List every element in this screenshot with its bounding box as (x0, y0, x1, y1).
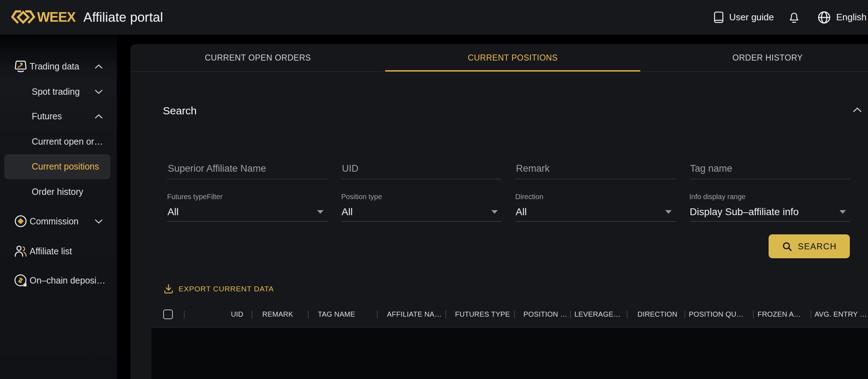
globe-icon (817, 11, 831, 24)
remark-field (515, 160, 676, 179)
chevron-up-icon (95, 64, 103, 69)
sidebar-item-onchain-deposit[interactable]: On–chain deposi… (0, 268, 117, 293)
info-display-range-select[interactable]: Display Sub–affiliate info (689, 202, 850, 222)
weex-affiliate-portal-page: WEEX Affiliate portal User guide English (0, 0, 868, 379)
direction-label: Direction (515, 193, 543, 201)
position-type-select[interactable]: All (341, 202, 502, 222)
sidebar-item-spot-trading[interactable]: Spot trading (0, 79, 117, 104)
header-cell-futures-type[interactable]: FUTURES TYPE (446, 302, 515, 327)
superior-affiliate-name-input[interactable] (167, 160, 327, 179)
user-guide-label: User guide (729, 12, 774, 23)
people-icon (14, 244, 27, 258)
header-cell-leverage[interactable]: LEVERAGE… (571, 302, 627, 327)
download-icon (163, 284, 174, 294)
monitor-trend-icon (14, 59, 27, 73)
sidebar-item-trading-data[interactable]: Trading data (0, 54, 117, 79)
tab-current-open-orders[interactable]: CURRENT OPEN ORDERS (130, 44, 385, 72)
header-cell-frozen-amount[interactable]: FROZEN A… (754, 302, 811, 327)
select-caret-icon (839, 210, 846, 214)
transfer-circle-icon (14, 273, 27, 287)
header-cell-uid[interactable]: UID (185, 302, 252, 327)
book-icon (713, 11, 724, 24)
superior-affiliate-name-field (167, 160, 327, 179)
info-display-range-label: Info display range (689, 193, 746, 201)
sidebar-item-futures[interactable]: Futures (0, 104, 117, 129)
select-all-checkbox[interactable] (163, 310, 173, 319)
language-selector[interactable]: English (817, 0, 867, 35)
user-guide-button[interactable]: User guide (713, 0, 774, 35)
sidebar: Trading data Spot trading Futures Curren… (0, 35, 117, 379)
collapse-chevron-up-icon[interactable] (853, 107, 862, 112)
chevron-up-icon (95, 114, 103, 119)
header-cell-position-quantity[interactable]: POSITION QU… (685, 302, 754, 327)
remark-input[interactable] (515, 160, 676, 179)
sidebar-item-order-history[interactable]: Order history (0, 179, 117, 204)
tab-bar: CURRENT OPEN ORDERS CURRENT POSITIONS OR… (130, 44, 868, 72)
header-cell-remark[interactable]: REMARK (252, 302, 309, 327)
search-button[interactable]: SEARCH (769, 234, 850, 258)
direction-select[interactable]: All (515, 202, 676, 222)
futures-type-select[interactable]: All (167, 202, 327, 222)
magnifier-icon (782, 241, 792, 252)
table-body-empty (151, 328, 868, 379)
weex-logo-icon (11, 10, 35, 25)
page-title: Affiliate portal (83, 0, 163, 35)
header-cell-position[interactable]: POSITION … (515, 302, 571, 327)
position-type-label: Position type (341, 193, 382, 201)
tab-order-history[interactable]: ORDER HISTORY (640, 44, 868, 72)
tab-current-positions[interactable]: CURRENT POSITIONS (385, 44, 640, 72)
tag-name-field (689, 160, 850, 179)
table-header: UID REMARK TAG NAME AFFILIATE NA… FUTURE… (151, 302, 868, 327)
header-cell-avg-entry[interactable]: AVG. ENTRY … (811, 302, 868, 327)
uid-field (341, 160, 502, 179)
topbar: WEEX Affiliate portal User guide English (0, 0, 868, 35)
select-caret-icon (491, 210, 498, 214)
language-label: English (836, 12, 867, 23)
coin-diamond-icon (14, 214, 27, 228)
sidebar-item-commission[interactable]: Commission (0, 209, 117, 234)
header-cell-direction[interactable]: DIRECTION (627, 302, 685, 327)
header-cell-tag-name[interactable]: TAG NAME (309, 302, 378, 327)
export-label: EXPORT CURRENT DATA (179, 285, 274, 293)
chevron-down-icon (95, 219, 103, 224)
tag-name-input[interactable] (689, 160, 850, 179)
brand-name: WEEX (37, 0, 76, 35)
search-section-title: Search (163, 105, 197, 117)
header-cell-affiliate-name[interactable]: AFFILIATE NA… (378, 302, 446, 327)
header-cell-checkbox (151, 302, 185, 327)
chevron-down-icon (95, 89, 103, 94)
sidebar-item-current-open-orders[interactable]: Current open or… (0, 129, 117, 154)
sidebar-item-affiliate-list[interactable]: Affiliate list (0, 239, 117, 264)
select-caret-icon (665, 210, 672, 214)
futures-type-filter-label: Futures typeFilter (167, 193, 223, 201)
sidebar-item-current-positions[interactable]: Current positions (0, 154, 117, 179)
bell-icon[interactable] (789, 10, 800, 24)
main-panel: CURRENT OPEN ORDERS CURRENT POSITIONS OR… (130, 44, 868, 379)
select-caret-icon (317, 210, 324, 214)
export-current-data-button[interactable]: EXPORT CURRENT DATA (163, 284, 274, 294)
uid-input[interactable] (341, 160, 502, 179)
